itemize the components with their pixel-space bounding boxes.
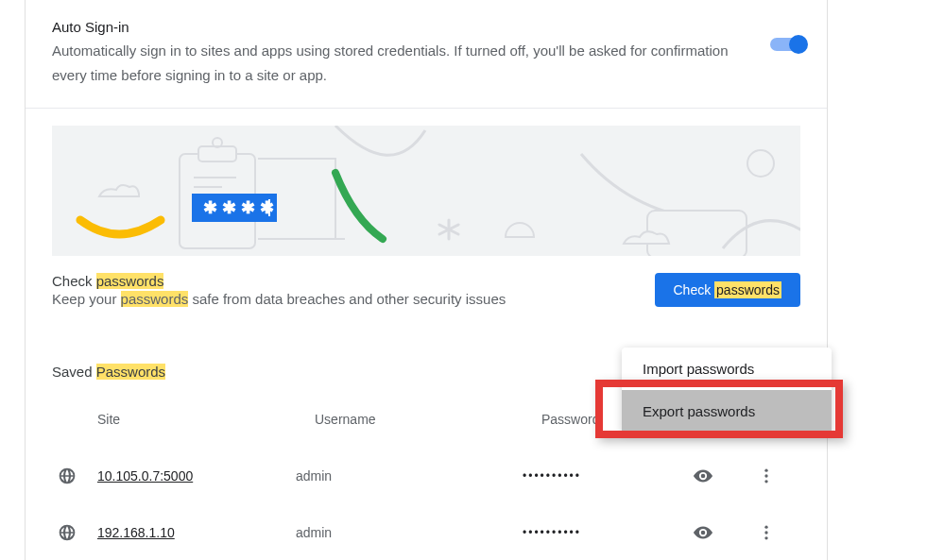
menu-export-passwords[interactable]: Export passwords [622,390,832,433]
svg-point-16 [764,480,767,483]
row-menu-icon[interactable] [757,467,776,485]
row-menu-icon[interactable] [757,523,776,542]
check-title-prefix: Check [52,273,96,289]
show-password-icon[interactable] [693,522,713,543]
check-title-highlight: passwords [96,273,164,289]
toggle-knob [789,35,808,54]
svg-rect-1 [198,146,236,161]
saved-title-prefix: Saved [52,364,96,380]
check-passwords-description: Keep your passwords safe from data breac… [52,291,655,307]
header-username: Username [315,412,541,427]
auto-signin-section: Auto Sign-in Automatically sign in to si… [26,0,827,109]
table-row: 10.105.0.7:5000 admin •••••••••• [52,448,800,504]
globe-icon [58,467,77,485]
saved-title-highlight: Passwords [96,364,165,380]
username-text: admin [296,525,523,540]
password-masked: •••••••••• [523,526,693,539]
passwords-context-menu: Import passwords Export passwords [622,348,832,433]
auto-signin-description: Automatically sign in to sites and apps … [52,39,732,87]
check-passwords-title: Check passwords [52,273,655,289]
check-passwords-button[interactable]: Check passwords [655,273,801,307]
check-desc-highlight: passwords [121,291,189,307]
menu-import-passwords[interactable]: Import passwords [622,348,832,390]
check-desc-suffix: safe from data breaches and other securi… [188,291,506,307]
username-text: admin [296,468,523,484]
globe-icon [58,523,77,542]
svg-point-18 [764,531,767,534]
password-masked: •••••••••• [523,469,693,483]
show-password-icon[interactable] [693,466,713,486]
auto-signin-title: Auto Sign-in [52,19,732,35]
svg-point-19 [764,536,767,539]
password-illustration-banner: ✱ ✱ ✱ ✱ [52,126,800,256]
auto-signin-toggle[interactable] [770,38,804,51]
svg-point-17 [764,526,767,529]
check-btn-highlight: passwords [714,281,781,298]
svg-point-14 [764,469,767,472]
svg-point-15 [764,474,767,477]
site-link[interactable]: 10.105.0.7:5000 [97,468,296,484]
check-passwords-section: Check passwords Keep your passwords safe… [26,256,827,326]
header-site: Site [97,412,315,427]
site-link[interactable]: 192.168.1.10 [97,525,296,540]
check-desc-prefix: Keep your [52,291,121,307]
table-row: 192.168.1.10 admin •••••••••• [52,504,800,560]
svg-text:✱ ✱ ✱ ✱: ✱ ✱ ✱ ✱ [203,198,274,217]
check-btn-prefix: Check [674,282,715,297]
svg-point-13 [747,150,774,177]
